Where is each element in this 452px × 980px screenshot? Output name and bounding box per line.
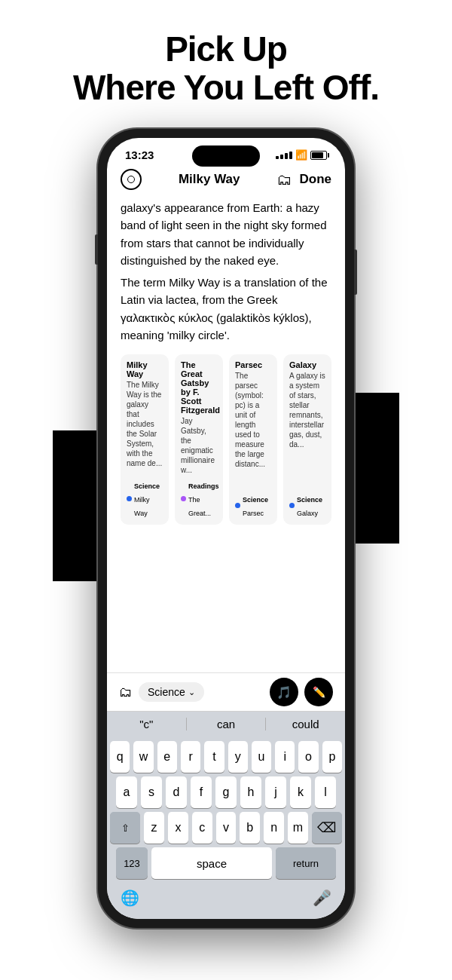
shift-key[interactable]: ⇧ xyxy=(110,812,140,844)
key-m[interactable]: m xyxy=(288,812,308,844)
key-r[interactable]: r xyxy=(181,741,200,773)
key-j[interactable]: j xyxy=(265,776,286,808)
toolbar-collection[interactable]: Science ⌄ xyxy=(139,682,204,702)
key-y[interactable]: y xyxy=(228,741,248,773)
audio-button[interactable]: 🎵 xyxy=(270,678,298,706)
keyboard-row2: asdfghjkl xyxy=(110,776,342,808)
battery-icon xyxy=(310,151,327,160)
card-tag-2: Science Parsec xyxy=(235,492,271,519)
tag-label-2: Science xyxy=(243,496,268,504)
keyboard-row1: qwertyuiop xyxy=(110,741,342,773)
cards-row: Milky Way The Milky Way is the galaxy th… xyxy=(121,354,331,525)
wifi-icon: 📶 xyxy=(295,149,307,161)
card-tag-0: Science Milky Way xyxy=(127,478,163,519)
delete-key[interactable]: ⌫ xyxy=(312,812,342,844)
keyboard[interactable]: qwertyuiop asdfghjkl ⇧zxcvbnm⌫ 123 space… xyxy=(107,737,345,919)
card-title-1: The Great Gatsby by F. Scott Fitzgerald xyxy=(181,360,217,415)
key-x[interactable]: x xyxy=(168,812,188,844)
chevron-down-icon: ⌄ xyxy=(188,688,195,697)
tag-name-2: Parsec xyxy=(243,510,264,517)
card-2[interactable]: Parsec The parsec (symbol: pc) is a unit… xyxy=(229,354,277,525)
headline: Pick Up Where You Left Off. xyxy=(73,30,379,106)
card-1[interactable]: The Great Gatsby by F. Scott Fitzgerald … xyxy=(175,354,223,525)
card-body-0: The Milky Way is the galaxy that include… xyxy=(127,380,163,468)
toolbar-folder-icon[interactable]: 🗂 xyxy=(119,684,133,700)
collection-label: Science xyxy=(148,686,185,698)
key-g[interactable]: g xyxy=(215,776,237,808)
globe-icon[interactable]: 🌐 xyxy=(118,886,142,910)
tag-dot-0 xyxy=(127,496,132,501)
key-w[interactable]: w xyxy=(133,741,153,773)
key-n[interactable]: n xyxy=(264,812,284,844)
dynamic-island xyxy=(192,145,260,167)
key-i[interactable]: i xyxy=(275,741,295,773)
autocorrect-word-1[interactable]: can xyxy=(187,718,267,730)
key-l[interactable]: l xyxy=(315,776,336,808)
done-button[interactable]: Done xyxy=(299,172,331,187)
tag-name-0: Milky Way xyxy=(134,496,150,517)
mic-icon[interactable]: 🎤 xyxy=(310,886,334,910)
keyboard-row4: 123 space return xyxy=(110,847,342,879)
key-q[interactable]: q xyxy=(110,741,130,773)
tag-label-3: Science xyxy=(297,496,322,504)
key-k[interactable]: k xyxy=(290,776,311,808)
tag-name-1: The Great... xyxy=(188,496,211,517)
num-key[interactable]: 123 xyxy=(116,847,148,879)
headline-line1: Pick Up xyxy=(73,30,379,69)
folder-icon[interactable]: 🗂 xyxy=(276,171,292,188)
nav-bar: Milky Way 🗂 Done xyxy=(107,166,345,196)
card-body-3: A galaxy is a system of stars, stellar r… xyxy=(289,371,325,449)
autocorrect-word-0[interactable]: "c" xyxy=(107,718,187,730)
content-paragraph2: The term Milky Way is a translation of t… xyxy=(121,274,331,344)
status-icons: 📶 xyxy=(276,149,327,161)
tag-label-1: Readings xyxy=(188,482,219,490)
key-z[interactable]: z xyxy=(144,812,164,844)
card-3[interactable]: Galaxy A galaxy is a system of stars, st… xyxy=(283,354,331,525)
card-title-2: Parsec xyxy=(235,360,271,369)
key-b[interactable]: b xyxy=(240,812,260,844)
key-o[interactable]: o xyxy=(298,741,318,773)
autocorrect-bar: "c"cancould xyxy=(107,711,345,737)
key-c[interactable]: c xyxy=(192,812,212,844)
battery-fill xyxy=(312,152,323,158)
key-s[interactable]: s xyxy=(141,776,162,808)
tag-dot-1 xyxy=(181,496,186,501)
phone-screen: 13:23 📶 Milky Way 🗂 Done xyxy=(107,138,345,919)
card-body-1: Jay Gatsby, the enigmatic millionaire w.… xyxy=(181,416,217,475)
content-paragraph1: galaxy's appearance from Earth: a hazy b… xyxy=(121,199,331,269)
bottom-toolbar: 🗂 Science ⌄ 🎵 ✏️ xyxy=(107,672,345,711)
tag-name-3: Galaxy xyxy=(297,510,318,517)
key-u[interactable]: u xyxy=(252,741,271,773)
audio-icon: 🎵 xyxy=(276,685,292,700)
nav-title: Milky Way xyxy=(179,172,240,187)
key-a[interactable]: a xyxy=(116,776,137,808)
card-0[interactable]: Milky Way The Milky Way is the galaxy th… xyxy=(121,354,169,525)
signal-dots xyxy=(276,152,292,159)
card-tag-3: Science Galaxy xyxy=(289,492,325,519)
toolbar-left: 🗂 Science ⌄ xyxy=(119,682,204,702)
edit-icon: ✏️ xyxy=(313,686,325,698)
card-title-0: Milky Way xyxy=(127,360,163,378)
key-d[interactable]: d xyxy=(166,776,187,808)
card-tag-1: Readings The Great... xyxy=(181,478,217,519)
phone-wrapper: 13:23 📶 Milky Way 🗂 Done xyxy=(98,129,354,928)
key-p[interactable]: p xyxy=(322,741,342,773)
status-bar: 13:23 📶 xyxy=(107,138,345,166)
key-v[interactable]: v xyxy=(216,812,237,844)
key-f[interactable]: f xyxy=(191,776,212,808)
key-h[interactable]: h xyxy=(240,776,261,808)
headline-line2: Where You Left Off. xyxy=(73,69,379,107)
autocorrect-word-2[interactable]: could xyxy=(266,718,345,730)
status-time: 13:23 xyxy=(125,149,154,161)
space-key[interactable]: space xyxy=(151,847,272,879)
nav-right: 🗂 Done xyxy=(276,171,331,188)
key-e[interactable]: e xyxy=(157,741,177,773)
key-t[interactable]: t xyxy=(204,741,224,773)
card-title-3: Galaxy xyxy=(289,360,325,369)
tag-dot-3 xyxy=(289,503,295,508)
toolbar-right: 🎵 ✏️ xyxy=(270,678,333,706)
tag-label-0: Science xyxy=(134,482,160,490)
edit-button[interactable]: ✏️ xyxy=(304,678,333,706)
return-key[interactable]: return xyxy=(276,847,336,879)
settings-icon[interactable] xyxy=(121,169,142,190)
